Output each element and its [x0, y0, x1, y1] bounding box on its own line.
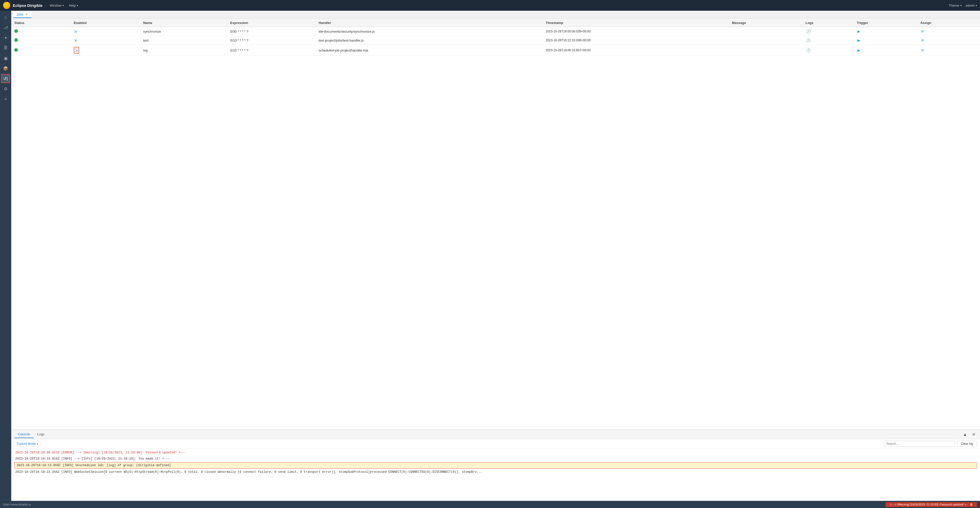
row-assign[interactable]: ✉	[917, 45, 980, 56]
col-timestamp: Timestamp	[542, 19, 729, 27]
enabled-icon[interactable]: ⇲	[74, 29, 77, 33]
sidebar: ⌂ ⎇ ✦ 🗄 ▣ 📦 ↺| ⚙ »	[0, 11, 11, 501]
sidebar-icon-jobs[interactable]: ↺|	[1, 74, 10, 83]
theme-menu[interactable]: Theme ▾	[949, 3, 961, 7]
main-layout: ⌂ ⎇ ✦ 🗄 ▣ 📦 ↺| ⚙ » Jobs ✕ Status Enabled	[0, 11, 980, 501]
row-name: synchronize	[140, 27, 227, 36]
sidebar-icon-settings[interactable]: ⚙	[1, 84, 10, 93]
row-timestamp: 2023-10-26T16:12:10.008+00:00	[542, 36, 729, 45]
logs-icon[interactable]: 🕐	[806, 48, 811, 52]
row-timestamp: 2023-10-26T18:00:00.028+00:00	[542, 27, 729, 36]
sidebar-icon-database[interactable]: 🗄	[1, 43, 10, 52]
clear-log-button[interactable]: Clear log	[957, 441, 977, 447]
row-message	[729, 45, 802, 56]
row-assign[interactable]: ✉	[917, 36, 980, 45]
logs-icon[interactable]: 🕐	[806, 38, 811, 42]
chevron-down-icon: ▾	[77, 4, 78, 7]
row-status	[11, 36, 71, 45]
tab-logs[interactable]: Logs	[34, 431, 48, 438]
close-panel-button[interactable]: ✕	[970, 432, 977, 437]
sidebar-icon-package[interactable]: 📦	[1, 64, 10, 73]
assign-icon[interactable]: ✉	[921, 38, 924, 42]
assign-icon[interactable]: ✉	[921, 48, 924, 52]
sidebar-icon-more[interactable]: »	[1, 94, 10, 103]
row-trigger[interactable]: ▶	[854, 27, 917, 36]
row-logs[interactable]: 🕐	[802, 27, 854, 36]
content-area: Jobs ✕ Status Enabled Name Expression Ha…	[11, 11, 980, 501]
bottom-panel: Console Logs ▲ ✕ Custom levels ▾ Clear l…	[11, 429, 980, 501]
col-enabled: Enabled	[71, 19, 140, 27]
row-trigger[interactable]: ▶	[854, 36, 917, 45]
console-toolbar: Custom levels ▾ Clear log	[11, 439, 980, 449]
tab-jobs[interactable]: Jobs ✕	[13, 11, 32, 18]
navbar-menu: Window ▾ Help ▾	[48, 3, 80, 8]
log-line: 2023-10-26T18:10:22.356Z [INFO] WebSocke…	[11, 469, 980, 475]
tab-bar: Jobs ✕	[11, 11, 980, 19]
logs-icon[interactable]: 🕐	[806, 29, 811, 33]
status-bar: https://www.dirigible.io ⚠ --> [Warning]…	[0, 501, 980, 508]
chevron-down-icon: ▾	[976, 4, 977, 7]
row-enabled[interactable]: ⇲	[71, 36, 140, 45]
row-expression: 0/30 * * * * ?	[227, 27, 315, 36]
col-logs: Logs	[802, 19, 854, 27]
search-input[interactable]	[883, 441, 955, 447]
row-handler: scheduled-job-project/handler.mjs	[315, 45, 542, 56]
bottom-panel-actions: ▲ ✕	[961, 432, 977, 437]
row-expression: 0/10 * * * * ?	[227, 45, 315, 56]
chevron-down-icon: ▾	[37, 443, 38, 445]
expand-panel-button[interactable]: ▲	[961, 432, 969, 437]
row-name: test	[140, 36, 227, 45]
console-body: 2023-10-26T18:10:00.023Z [ERROR] --> [Wa…	[11, 449, 980, 501]
sidebar-icon-terminal[interactable]: ▣	[1, 54, 10, 63]
status-active-icon	[14, 29, 18, 33]
jobs-area: Status Enabled Name Expression Handler T…	[11, 19, 980, 429]
col-status: Status	[11, 19, 71, 27]
sidebar-icon-git[interactable]: ⎇	[1, 23, 10, 32]
app-brand: Eclipse Dirigible	[13, 3, 43, 8]
trash-icon[interactable]: 🗑	[970, 503, 973, 506]
status-active-icon	[14, 38, 18, 42]
assign-icon[interactable]: ✉	[921, 29, 924, 33]
trigger-icon[interactable]: ▶	[858, 48, 860, 52]
trigger-icon[interactable]: ▶	[858, 29, 860, 33]
app-logo	[3, 2, 10, 9]
custom-levels-button[interactable]: Custom levels ▾	[14, 441, 40, 446]
tab-close-jobs[interactable]: ✕	[25, 13, 29, 16]
row-logs[interactable]: 🕐	[802, 36, 854, 45]
user-menu[interactable]: admin ▾	[966, 3, 977, 7]
table-row: ⇲ log 0/10 * * * * ? scheduled-job-proje…	[11, 45, 980, 56]
row-name: log	[140, 45, 227, 56]
table-row: ⇲ test 0/10 * * * * ? test-project/jobs/…	[11, 36, 980, 45]
enabled-icon[interactable]: ⇲	[74, 38, 77, 42]
enabled-icon-highlighted[interactable]: ⇲	[74, 47, 79, 54]
status-url: https://www.dirigible.io	[3, 503, 31, 506]
status-warning: ⚠ --> [Warning] [10/26/2023; 21:10:00]: …	[886, 502, 977, 507]
navbar-right: Theme ▾ admin ▾	[949, 3, 977, 7]
sidebar-icon-home[interactable]: ⌂	[1, 13, 10, 22]
row-enabled[interactable]: ⇲	[71, 27, 140, 36]
row-timestamp: 2023-10-26T18:00:10.857+00:00	[542, 45, 729, 56]
row-trigger[interactable]: ▶	[854, 45, 917, 56]
navbar-menu-window[interactable]: Window ▾	[48, 3, 66, 8]
col-expression: Expression	[227, 19, 315, 27]
row-logs[interactable]: 🕐	[802, 45, 854, 56]
chevron-down-icon: ▾	[62, 4, 64, 7]
row-enabled[interactable]: ⇲	[71, 45, 140, 56]
row-message	[729, 27, 802, 36]
sidebar-icon-star[interactable]: ✦	[1, 33, 10, 42]
log-line: 2023-10-26T18:10:00.023Z [ERROR] --> [Wa…	[11, 449, 980, 456]
col-assign: Assign	[917, 19, 980, 27]
status-active-icon	[14, 48, 18, 52]
col-message: Message	[729, 19, 802, 27]
log-line: 2023-10-26T18:10:10.018Z [INFO] --> [Inf…	[11, 456, 980, 462]
trigger-icon[interactable]: ▶	[858, 38, 860, 42]
console-search: Clear log	[883, 441, 977, 447]
table-row: ⇲ synchronize 0/30 * * * * ? ide-documen…	[11, 27, 980, 36]
row-expression: 0/10 * * * * ?	[227, 36, 315, 45]
col-trigger: Trigger	[854, 19, 917, 27]
col-name: Name	[140, 19, 227, 27]
navbar-menu-help[interactable]: Help ▾	[67, 3, 80, 8]
col-handler: Handler	[315, 19, 542, 27]
tab-console[interactable]: Console	[14, 431, 34, 438]
row-assign[interactable]: ✉	[917, 27, 980, 36]
